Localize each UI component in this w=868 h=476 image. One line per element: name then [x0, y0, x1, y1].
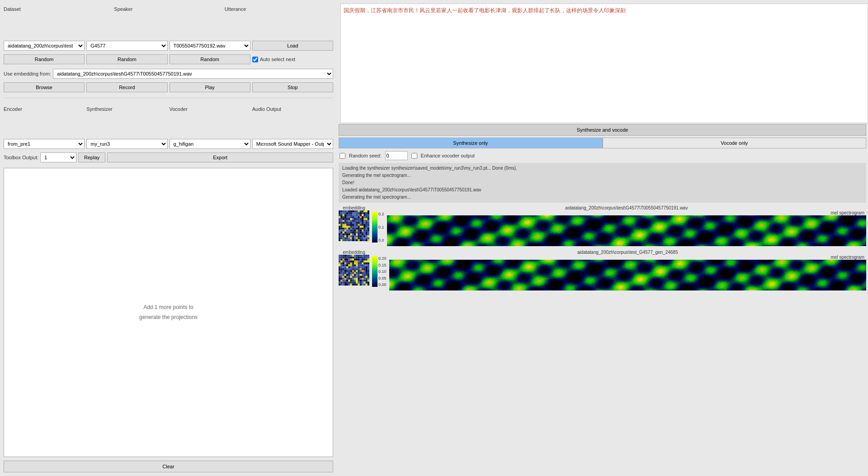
log-line-3: Done!: [342, 179, 863, 186]
random-seed-checkbox[interactable]: [340, 153, 345, 159]
colorbar-canvas-1: [372, 212, 377, 243]
encoder-section-labels: Encoder Synthesizer Vocoder Audio Output: [4, 105, 333, 113]
colorbar2-label-3: 0.10: [378, 269, 387, 274]
speaker-select[interactable]: G4577: [86, 41, 167, 51]
auto-select-checkbox[interactable]: [252, 57, 258, 62]
random-utterance-button[interactable]: Random: [170, 54, 250, 64]
spectrogram-row-1: embedding 0.2 0.1 0.0 aidata: [339, 205, 866, 246]
synthesizer-label: Synthesizer: [86, 105, 167, 113]
colorbar-labels-2: 0.20 0.15 0.10 0.05 0.00: [378, 256, 387, 287]
random-speaker-button[interactable]: Random: [86, 54, 167, 64]
random-seed-row: Random seed: Enhance vocoder output: [337, 149, 868, 162]
embedding-canvas-1: [339, 210, 369, 241]
colorbar1-label-bot: 0.0: [378, 238, 384, 243]
use-embedding-label: Use embedding from:: [4, 71, 51, 76]
spectrogram-row-2: embedding 0.20 0.15 0.10 0.05 0.00: [339, 250, 866, 290]
seed-input[interactable]: [385, 151, 408, 160]
clear-button[interactable]: Clear: [4, 461, 333, 472]
enhance-vocoder-checkbox[interactable]: [411, 153, 417, 159]
mel-spectrogram-canvas-1: [387, 215, 866, 246]
right-content: 国庆假期，江苏省南京市市民！风云里若家人一起收看了电影长津湖，观影人群排起了长队…: [337, 0, 868, 476]
synthesize-only-button[interactable]: Synthesize only: [339, 138, 603, 148]
embedding-canvas-2: [339, 255, 369, 286]
auto-select-label: Auto select next: [260, 57, 295, 62]
auto-select-container: Auto select next: [252, 54, 333, 64]
colorbar1-label-mid: 0.1: [378, 225, 384, 229]
encoder-vis-space: [4, 114, 333, 137]
embedding-title-1: embedding: [343, 205, 365, 210]
right-panel: 国庆假期，江苏省南京市市民！风云里若家人一起收看了电影长津湖，观影人群排起了长队…: [337, 0, 868, 476]
utterance-label: Utterance: [225, 5, 333, 13]
vocoder-select[interactable]: g_hifigan: [170, 139, 250, 149]
toolbox-row: Toolbox Output: 1 Replay Export: [4, 152, 333, 162]
dataset-select[interactable]: aidatatang_200zh\corpus\test: [4, 41, 85, 51]
random-seed-label: Random seed:: [349, 153, 382, 158]
colorbar-labels-1: 0.2 0.1 0.0: [378, 212, 384, 243]
projection-text: Add 1 more points to generate the projec…: [139, 303, 198, 322]
embedding-section-1: embedding: [339, 205, 369, 241]
colorbar1-label-top: 0.2: [378, 212, 384, 216]
divider-1: [4, 98, 333, 98]
mel-spec-section-1: aidatatang_200zh\corpus\test\G4577\T0055…: [387, 205, 866, 246]
log-line-1: Loading the synthesizer synthesizer\save…: [342, 165, 863, 172]
toolbox-output-label: Toolbox Output:: [4, 155, 38, 160]
visualization-space: [4, 16, 333, 39]
audio-output-label: Audio Output: [252, 105, 333, 113]
colorbar2-label-5: 0.00: [378, 282, 387, 287]
log-line-2: Generating the mel spectrogram...: [342, 172, 863, 179]
encoder-select[interactable]: from_pre1: [4, 139, 85, 149]
colorbar2-label-1: 0.20: [378, 256, 387, 261]
stop-button[interactable]: Stop: [252, 82, 333, 92]
export-button[interactable]: Export: [107, 152, 333, 162]
spec2-label: mel spectrogram: [389, 255, 864, 260]
embedding-path-select[interactable]: aidatatang_200zh\corpus\test\G4577\T0055…: [53, 69, 333, 79]
spectrogram-area: embedding 0.2 0.1 0.0 aidata: [337, 204, 868, 476]
mel-spec-section-2: aidatatang_200zh\corpus\test_G4577_gen_2…: [389, 250, 866, 290]
text-input[interactable]: 国庆假期，江苏省南京市市民！风云里若家人一起收看了电影长津湖，观影人群排起了长队…: [340, 4, 868, 123]
log-line-4: Loaded aidatatang_200zh\corpus\test\G457…: [342, 186, 863, 194]
log-line-5: Generating the mel spectrogram...: [342, 194, 863, 201]
text-area-container: 国庆假期，江苏省南京市市民！风云里若家人一起收看了电影长津湖，观影人群排起了长队…: [337, 0, 868, 123]
play-button[interactable]: Play: [170, 82, 250, 92]
projection-text-line1: Add 1 more points to: [143, 304, 193, 310]
embedding-section-2: embedding: [339, 250, 369, 286]
left-panel: Dataset Speaker Utterance aidatatang_200…: [0, 0, 337, 476]
random-buttons-row: Random Random Random Auto select next: [4, 54, 333, 64]
browse-button[interactable]: Browse: [4, 82, 85, 92]
vocoder-label: Vocoder: [170, 105, 250, 113]
replay-button[interactable]: Replay: [78, 152, 105, 162]
dropdowns-row: aidatatang_200zh\corpus\test G4577 T0055…: [4, 41, 333, 51]
dataset-label: Dataset: [4, 5, 112, 13]
spec2-title: aidatatang_200zh\corpus\test_G4577_gen_2…: [389, 250, 866, 255]
colorbar2-label-2: 0.15: [378, 263, 387, 267]
record-button[interactable]: Record: [86, 82, 167, 92]
projection-text-line2: generate the projections: [139, 314, 198, 320]
projection-box: Add 1 more points to generate the projec…: [4, 168, 333, 457]
colorbar2-label-4: 0.05: [378, 276, 387, 281]
colorbar-canvas-2: [372, 256, 377, 287]
encoder-dropdowns: from_pre1 my_run3 g_hifigan Microsoft So…: [4, 139, 333, 149]
colorbar-section-1: 0.2 0.1 0.0: [372, 212, 384, 243]
encoder-label: Encoder: [4, 105, 85, 113]
playback-buttons-row: Browse Record Play Stop: [4, 82, 333, 92]
utterance-select[interactable]: T00550457750192.wav: [170, 41, 250, 51]
toolbox-output-select[interactable]: 1: [40, 152, 76, 162]
dataset-speaker-utterance-headers: Dataset Speaker Utterance: [4, 4, 333, 14]
vocode-only-button[interactable]: Vocode only: [603, 138, 867, 148]
spec1-title: aidatatang_200zh\corpus\test\G4577\T0055…: [387, 205, 866, 210]
spec1-label: mel spectrogram: [387, 210, 864, 215]
synthesizer-select[interactable]: my_run3: [86, 139, 167, 149]
random-dataset-button[interactable]: Random: [4, 54, 85, 64]
synth-vocode-row: Synthesize only Vocode only: [337, 137, 868, 149]
colorbar-section-2: 0.20 0.15 0.10 0.05 0.00: [372, 256, 387, 287]
embedding-title-2: embedding: [343, 250, 365, 255]
mel-spectrogram-canvas-2: [389, 260, 866, 290]
synthesize-vocode-button[interactable]: Synthesize and vocode: [339, 124, 866, 136]
enhance-vocoder-label: Enhance vocoder output: [421, 153, 475, 158]
speaker-label: Speaker: [114, 5, 222, 13]
log-area: Loading the synthesizer synthesizer\save…: [339, 163, 866, 203]
load-button[interactable]: Load: [252, 41, 333, 51]
audio-output-select[interactable]: Microsoft Sound Mapper - Output: [252, 139, 333, 149]
synth-vocode-container: Synthesize and vocode: [337, 123, 868, 137]
embedding-row: Use embedding from: aidatatang_200zh\cor…: [4, 69, 333, 79]
